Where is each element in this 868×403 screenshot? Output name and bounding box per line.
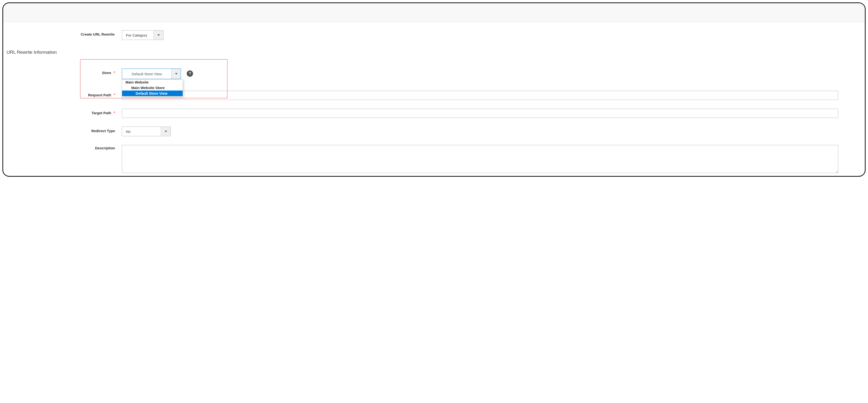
target-path-row: Target Path * — [3, 104, 865, 122]
chevron-down-icon — [175, 73, 178, 74]
top-banner — [3, 3, 865, 22]
store-select-toggle[interactable] — [172, 69, 181, 79]
create-url-rewrite-row: Create URL Rewrite For Category — [3, 30, 865, 40]
create-url-rewrite-label: Create URL Rewrite — [3, 30, 122, 36]
form-content: Create URL Rewrite For Category URL Rewr… — [3, 30, 865, 177]
store-option-main-website[interactable]: Main Website — [122, 79, 183, 85]
store-label-col: Store * — [3, 68, 122, 75]
chevron-down-icon — [165, 131, 167, 132]
section-title: URL Rewrite Information — [3, 49, 865, 59]
request-path-label-col: Request Path * — [3, 91, 122, 97]
create-url-rewrite-value: For Category — [122, 31, 154, 40]
target-path-input[interactable] — [122, 109, 838, 118]
request-path-label: Request Path — [88, 93, 112, 97]
create-url-rewrite-field: For Category — [122, 30, 865, 40]
store-dropdown: Main Website Main Website Store Default … — [122, 79, 183, 96]
store-select-value: Default Store View — [122, 69, 172, 79]
chevron-down-icon — [157, 34, 160, 36]
redirect-type-row: Redirect Type No — [3, 122, 865, 141]
required-asterisk: * — [114, 71, 115, 74]
store-option-default-store-view[interactable]: Default Store View — [122, 91, 183, 96]
description-row: Description — [3, 141, 865, 177]
store-label: Store — [102, 71, 111, 75]
target-path-field-col — [122, 109, 865, 118]
redirect-type-label-col: Redirect Type — [3, 127, 122, 133]
store-field-col: Default Store View ? Main Website Main W… — [122, 68, 865, 79]
request-path-input[interactable] — [122, 91, 838, 100]
redirect-type-label: Redirect Type — [91, 129, 115, 133]
description-textarea[interactable] — [122, 145, 838, 173]
redirect-type-select[interactable]: No — [122, 127, 171, 136]
description-field-col — [122, 145, 865, 174]
redirect-type-field-col: No — [122, 127, 865, 136]
request-path-field-col — [122, 91, 865, 100]
description-label-col: Description — [3, 145, 122, 150]
create-url-rewrite-select[interactable]: For Category — [122, 30, 163, 40]
store-select[interactable]: Default Store View — [122, 68, 181, 79]
form-area: Store * Default Store View ? Main — [3, 59, 865, 177]
store-option-main-website-store[interactable]: Main Website Store — [122, 85, 183, 91]
target-path-label: Target Path — [92, 111, 111, 115]
required-asterisk: * — [114, 111, 115, 115]
required-asterisk: * — [114, 93, 115, 97]
store-row: Store * Default Store View ? Main — [3, 64, 865, 87]
create-url-rewrite-toggle[interactable] — [154, 31, 163, 40]
redirect-type-toggle[interactable] — [161, 127, 170, 136]
target-path-label-col: Target Path * — [3, 109, 122, 115]
help-icon[interactable]: ? — [187, 70, 193, 77]
redirect-type-value: No — [122, 127, 161, 136]
window-frame: Create URL Rewrite For Category URL Rewr… — [2, 2, 866, 177]
description-label: Description — [95, 146, 115, 150]
